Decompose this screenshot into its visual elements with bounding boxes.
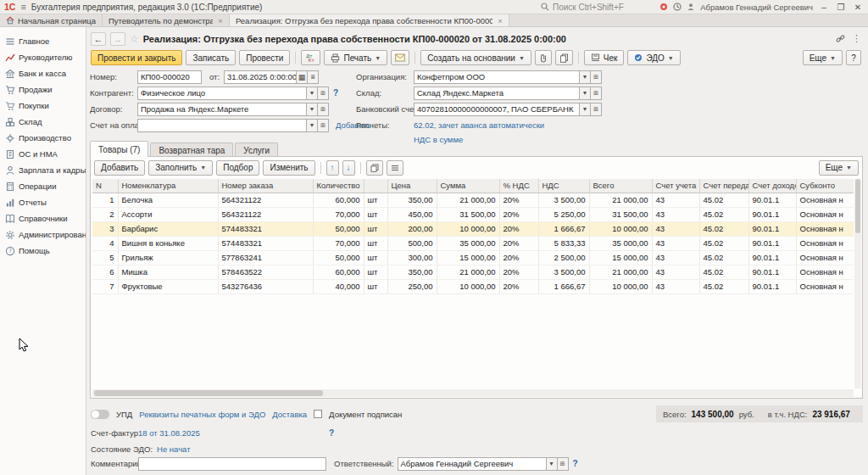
cell[interactable]: 2 500,00 — [538, 250, 589, 265]
cell[interactable]: 20% — [499, 221, 538, 236]
print-forms-edo-link[interactable]: Реквизиты печатных форм и ЭДО — [139, 410, 265, 419]
column-header[interactable] — [364, 179, 387, 193]
show-postings-button[interactable]: ДтКт — [301, 50, 320, 65]
cell[interactable]: 60,000 — [313, 265, 364, 279]
column-header[interactable]: Цена — [387, 179, 437, 193]
global-search[interactable]: Поиск Ctrl+Shift+F — [541, 0, 624, 14]
minimize-button[interactable]: – — [818, 3, 830, 12]
cell[interactable]: шт — [364, 221, 387, 236]
cell[interactable]: 350,00 — [387, 193, 437, 207]
cell[interactable]: 20% — [499, 250, 538, 265]
cell[interactable]: 1 — [92, 193, 118, 207]
sidebar-item-warehouse[interactable]: Склад — [0, 114, 86, 130]
sidebar-item-purchases[interactable]: Покупки — [0, 98, 86, 114]
cell[interactable]: 90.01.1 — [748, 265, 796, 279]
tab-services[interactable]: Услуги — [235, 142, 278, 157]
cell[interactable]: 21 000,00 — [589, 193, 652, 207]
cell[interactable]: 543276436 — [218, 279, 313, 293]
column-header[interactable]: Счет доходов — [748, 179, 796, 193]
sidebar-item-references[interactable]: Справочники — [0, 210, 86, 226]
sidebar-item-payroll[interactable]: Зарплата и кадры — [0, 162, 86, 178]
cell[interactable]: 90.01.1 — [748, 279, 796, 293]
help-icon[interactable]: ? — [333, 88, 338, 98]
cell[interactable]: Ассорти — [118, 207, 218, 221]
cell[interactable]: 1 666,67 — [538, 221, 589, 236]
upd-toggle[interactable] — [91, 410, 109, 419]
cell[interactable]: шт — [364, 250, 387, 265]
check-button[interactable]: Чек — [584, 50, 625, 65]
cell[interactable]: 577863241 — [218, 250, 313, 265]
more-button[interactable]: Еще▼ — [803, 50, 843, 65]
edo-state-link[interactable]: Не начат — [157, 444, 190, 454]
chevron-down-icon[interactable]: ▼ — [307, 119, 318, 132]
save-button[interactable]: Записать — [186, 50, 236, 65]
table-row[interactable]: 2Ассорти56432112270,000шт450,0031 500,00… — [92, 207, 854, 221]
cell[interactable]: шт — [364, 279, 387, 293]
link-icon[interactable] — [836, 34, 845, 43]
cell[interactable]: 20% — [499, 279, 538, 293]
chevron-down-icon[interactable]: ▼ — [580, 87, 591, 100]
cell[interactable]: 43 — [652, 250, 699, 265]
cell[interactable]: 45.02 — [699, 193, 748, 207]
cell[interactable]: 500,00 — [387, 236, 437, 250]
cell[interactable]: Грильяж — [118, 250, 218, 265]
cell[interactable]: 10 000,00 — [437, 221, 499, 236]
send-email-button[interactable] — [391, 50, 409, 65]
cell[interactable]: 31 500,00 — [437, 207, 499, 221]
cell[interactable]: 21 000,00 — [437, 193, 499, 207]
cell[interactable]: 5 833,33 — [538, 236, 589, 250]
cell[interactable]: 31 500,00 — [589, 207, 652, 221]
cell[interactable]: Основная н — [796, 207, 854, 221]
cell[interactable]: Основная н — [796, 250, 854, 265]
responsible-field[interactable]: Абрамов Геннадий Сергеевич — [398, 457, 547, 471]
delivery-link[interactable]: Доставка — [272, 410, 307, 419]
cell[interactable]: Фруктовые — [118, 279, 218, 293]
comment-field[interactable] — [138, 457, 326, 471]
cell[interactable]: 20% — [499, 207, 538, 221]
document-signed-checkbox[interactable] — [314, 410, 322, 418]
close-button[interactable]: ✕ — [852, 3, 864, 12]
sidebar-item-main[interactable]: Главное — [0, 33, 86, 49]
column-header[interactable]: Количество — [313, 179, 364, 193]
cell[interactable]: 564321122 — [218, 207, 313, 221]
cell[interactable]: Белочка — [118, 193, 218, 207]
cell[interactable]: 45.02 — [699, 279, 748, 293]
cell[interactable]: Основная н — [796, 193, 854, 207]
maximize-button[interactable]: ❐ — [835, 3, 847, 12]
column-header[interactable]: % НДС — [499, 179, 538, 193]
date-field[interactable]: 31.08.2025 0:00:00 — [224, 70, 297, 84]
column-header[interactable]: Счет учета — [652, 179, 699, 193]
print-button[interactable]: Печать▼ — [324, 50, 387, 65]
cell[interactable]: 20% — [499, 265, 538, 279]
help-icon[interactable]: ? — [573, 459, 578, 468]
scrollbar-thumb[interactable] — [855, 179, 860, 233]
post-and-close-button[interactable]: Провести и закрыть — [91, 50, 182, 65]
cell[interactable]: 43 — [652, 221, 699, 236]
table-more-button[interactable]: Еще▼ — [819, 160, 859, 176]
cell[interactable]: 15 000,00 — [437, 250, 499, 265]
cell[interactable]: Основная н — [796, 236, 854, 250]
vertical-scrollbar[interactable] — [854, 179, 861, 388]
cell[interactable]: 5 — [92, 250, 118, 265]
open-item-icon[interactable]: ⊞ — [591, 87, 602, 100]
cell[interactable]: 10 000,00 — [437, 279, 499, 293]
cell[interactable]: 1 666,67 — [538, 279, 589, 293]
cell[interactable]: Основная н — [796, 221, 854, 236]
cell[interactable]: 4 — [92, 236, 118, 250]
warehouse-field[interactable]: Склад Яндекс.Маркета — [414, 87, 580, 100]
history-icon[interactable] — [673, 3, 682, 11]
cell[interactable]: 45.02 — [699, 236, 748, 250]
sidebar-item-sales[interactable]: Продажи — [0, 81, 86, 98]
cell[interactable]: 50,000 — [313, 250, 364, 265]
cell[interactable]: 43 — [652, 193, 699, 207]
cell[interactable]: 60,000 — [313, 193, 364, 207]
create-based-on-button[interactable]: Создать на основании▼ — [420, 50, 531, 65]
cell[interactable]: 43 — [652, 207, 699, 221]
add-row-button[interactable]: Добавить — [94, 160, 145, 176]
invoice-link[interactable]: 18 от 31.08.2025 — [138, 428, 200, 438]
cell[interactable]: 5 250,00 — [538, 207, 589, 221]
chevron-down-icon[interactable]: ▼ — [307, 103, 318, 116]
cell[interactable]: 90.01.1 — [748, 250, 796, 265]
cell[interactable]: 45.02 — [699, 207, 748, 221]
chevron-down-icon[interactable]: ▼ — [547, 457, 558, 471]
